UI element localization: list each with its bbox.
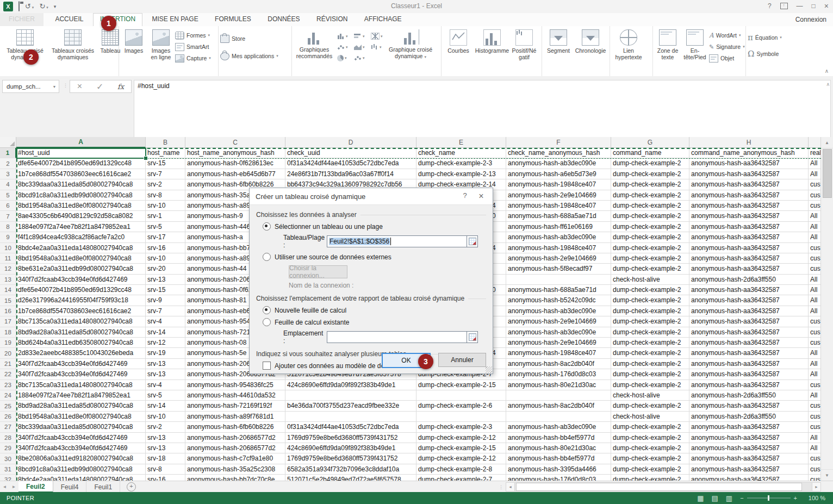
horizontal-scrollbar[interactable]: ◄ ► xyxy=(506,481,821,493)
row-number-2[interactable]: 2 xyxy=(0,158,16,169)
confirm-entry-button[interactable]: ✓ xyxy=(96,82,103,92)
cell[interactable]: anonymous-hash-aa36432587 xyxy=(689,201,809,211)
cell[interactable]: cust xyxy=(809,327,821,338)
row-number-8[interactable]: 8 xyxy=(0,222,16,232)
cell[interactable]: anonymous-hash-2e9e104669 xyxy=(506,190,611,201)
scroll-right-icon[interactable]: ► xyxy=(812,482,821,491)
cell[interactable]: anonymous-hash-2e9e104669 xyxy=(506,316,611,327)
column-header-E[interactable]: E xyxy=(416,137,506,148)
dialog-help-button[interactable]: ? xyxy=(458,191,472,200)
cell[interactable]: anonymous-hash-aa36432587 xyxy=(689,253,809,264)
zoom-out-icon[interactable]: − xyxy=(740,495,743,501)
cell[interactable]: srv-4 xyxy=(146,380,185,390)
cell[interactable]: 8bc339daa0a311eda85d080027940ca8 xyxy=(16,179,146,190)
cell[interactable]: cust xyxy=(809,338,821,348)
customize-qat-button[interactable]: ▾ xyxy=(54,3,57,10)
cell[interactable]: anonymous-hash-35a25c2308 xyxy=(185,464,285,475)
cell[interactable]: anonymous-hash-19848ce407 xyxy=(506,348,611,358)
cell[interactable]: 8be631e2a0a311edb99d080027940ca8 xyxy=(16,264,146,274)
row-number-19[interactable]: 19 xyxy=(0,338,16,348)
cell[interactable]: dump-check-example-2-3 xyxy=(416,422,506,432)
cell[interactable]: anonymous-hash-aa36432587 xyxy=(689,285,809,295)
cell[interactable] xyxy=(416,412,506,422)
name-box[interactable]: dump_sch... xyxy=(2,80,55,93)
cell[interactable]: b4e36da700f3755d237eacd9fbee332e xyxy=(285,401,416,411)
cell[interactable]: 8bdc4e2aa0a311eda148080027940ca8 xyxy=(16,475,146,481)
cell[interactable]: 424c8690e6ffd9da09f892f383b49de1 xyxy=(285,380,416,390)
formula-input[interactable]: #host_uuid xyxy=(134,80,831,138)
cell[interactable]: 1769d9759e8be6d3680ff5739f431752 xyxy=(285,453,416,464)
row-number-12[interactable]: 12 xyxy=(0,264,16,274)
cell[interactable] xyxy=(285,390,416,401)
shapes-button[interactable]: Formes▾ xyxy=(175,31,211,40)
cell[interactable]: 8bc7135ca0a311eda148080027940ca8 xyxy=(16,380,146,390)
cell[interactable]: dump-check-example-2 xyxy=(611,169,689,179)
cell[interactable]: All xyxy=(809,232,821,242)
cell[interactable]: All xyxy=(809,169,821,179)
fill-handle[interactable] xyxy=(144,156,148,160)
cell[interactable]: anonymous-hash-3395da4466 xyxy=(506,464,611,475)
cell[interactable]: dump-check-example-2 xyxy=(611,348,689,358)
cell[interactable]: dump-check-example-2-12 xyxy=(416,453,506,464)
row-number-18[interactable]: 18 xyxy=(0,327,16,338)
tab-revision[interactable]: RÉVISION xyxy=(309,13,355,26)
vertical-scroll-thumb[interactable] xyxy=(823,149,832,198)
cell[interactable]: dfe65e40072b41b8950ed69d1329cc48 xyxy=(16,158,146,169)
cell[interactable]: anonymous-hash-aa36432587 xyxy=(689,338,809,348)
cell[interactable]: cust xyxy=(809,453,821,464)
cell[interactable]: 1769d9759e8be6d3680ff5739f431752 xyxy=(285,433,416,443)
cell[interactable]: All xyxy=(809,348,821,358)
cell[interactable]: srv-15 xyxy=(146,285,185,295)
cell[interactable] xyxy=(506,390,611,401)
cell[interactable]: anonymous-hash-aa36432587 xyxy=(689,433,809,443)
cell[interactable]: dump-check-example-2 xyxy=(611,359,689,369)
insert-stock-chart-button[interactable]: ▾ xyxy=(370,42,386,52)
insert-column-chart-button[interactable]: ▾ xyxy=(336,31,352,41)
cell[interactable]: dump-check-example-2 xyxy=(611,327,689,338)
cell[interactable]: dump-check-example-2 xyxy=(611,295,689,306)
cell[interactable]: All xyxy=(809,443,821,453)
cell[interactable]: check-host-alive xyxy=(611,390,689,401)
cell[interactable]: 8bc339daa0a311eda85d080027940ca8 xyxy=(16,422,146,432)
cell[interactable]: anonymous-hash-19848ce407 xyxy=(506,243,611,253)
insert-line-chart-button[interactable]: ▾ xyxy=(336,42,352,52)
sparkline-line-button[interactable]: Courbes xyxy=(443,28,474,69)
sheet-nav-prev-icon[interactable]: ◄ xyxy=(0,481,9,493)
cell[interactable]: 2d833e2aeebc488385c10043026ebeda xyxy=(16,348,146,358)
cell[interactable]: srv-17 xyxy=(146,232,185,242)
cell[interactable]: anonymous-hash-6fb60b8226 xyxy=(185,422,285,432)
location-input[interactable] xyxy=(327,331,467,343)
row-number-6[interactable]: 6 xyxy=(0,201,16,211)
cell[interactable]: anonymous-hash-aa36432587 xyxy=(689,369,809,379)
radio-existing-worksheet[interactable]: Feuille de calcul existante xyxy=(263,318,493,326)
cell[interactable]: anonymous-hash-ab3dec090e xyxy=(506,158,611,169)
cell[interactable]: dump-check-example-2 xyxy=(611,190,689,201)
cell[interactable]: srv-15 xyxy=(146,158,185,169)
tab-mise-en-page[interactable]: MISE EN PAGE xyxy=(145,13,206,26)
cell[interactable]: dump-check-example-2 xyxy=(611,380,689,390)
insert-radar-chart-button[interactable]: ▾ xyxy=(370,31,386,41)
cell[interactable]: All xyxy=(809,211,821,221)
zoom-in-icon[interactable]: + xyxy=(794,495,797,501)
cell[interactable]: cust xyxy=(809,475,821,481)
zoom-thumb[interactable] xyxy=(768,495,769,501)
cell[interactable]: host_name xyxy=(146,148,185,158)
cell[interactable]: anonymous-hash-80e21d30ac xyxy=(506,443,611,453)
cell[interactable]: dump-check-example-2-12 xyxy=(416,433,506,443)
row-number-7[interactable]: 7 xyxy=(0,211,16,221)
cell[interactable]: 8bd19548a0a311ed8e0f080027940ca8 xyxy=(16,412,146,422)
horizontal-scroll-thumb[interactable] xyxy=(516,483,802,491)
cell[interactable]: anonymous-hash-ab3dec090e xyxy=(506,422,611,432)
insert-scatter-chart-button[interactable]: ▾ xyxy=(353,53,369,63)
save-button[interactable] xyxy=(18,2,20,11)
cell[interactable]: anonymous-hash-aa36432587 xyxy=(689,443,809,453)
cell[interactable]: anonymous-hash-b5242c09dc xyxy=(506,295,611,306)
cell[interactable]: anonymous-hash-aa36432587 xyxy=(689,316,809,327)
cell[interactable]: anonymous-hash-aa36432587 xyxy=(689,327,809,338)
cell[interactable]: All xyxy=(809,275,821,285)
cell[interactable]: 1884e097f2a74ee7b82f1a8479852ea1 xyxy=(16,390,146,401)
cell[interactable]: anonymous-hash-aa36432587 xyxy=(689,232,809,242)
minimize-button[interactable]: — xyxy=(797,2,803,10)
page-layout-view-icon[interactable]: ▤ xyxy=(712,494,718,502)
cell[interactable]: dump-check-example-2 xyxy=(611,443,689,453)
